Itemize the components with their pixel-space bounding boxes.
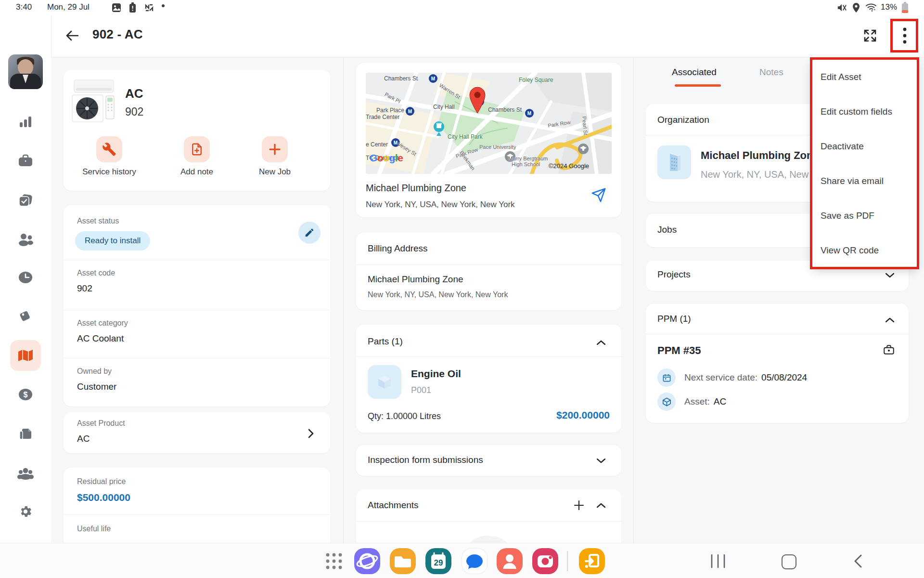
battery-alert-icon <box>129 2 136 13</box>
sidebar-item-settings[interactable] <box>10 496 41 527</box>
sidebar-item-tasks[interactable] <box>10 185 41 216</box>
browser-app-icon[interactable] <box>354 548 380 574</box>
new-job-button[interactable]: New Job <box>239 136 311 177</box>
nfc-icon <box>144 3 154 13</box>
menu-item-save-as-pdf[interactable]: Save as PDF <box>812 198 917 233</box>
part-name[interactable]: Engine Oil <box>411 368 461 380</box>
recents-nav-button[interactable] <box>710 554 726 568</box>
svg-text:M: M <box>408 109 412 114</box>
zone-name: Michael Plumbing Zone <box>366 183 466 194</box>
messages-app-icon[interactable] <box>462 548 488 574</box>
ppm-item-name[interactable]: PPM #35 <box>657 344 701 357</box>
jobs-title: Jobs <box>657 224 677 235</box>
map-label: High School <box>512 161 540 167</box>
building-icon <box>664 152 684 173</box>
map-label: Chambers St <box>384 75 418 82</box>
asset-product-card[interactable]: Asset Product AC <box>64 412 330 453</box>
copy-icon <box>18 427 33 441</box>
calendar-app-icon[interactable]: 29 <box>425 548 451 574</box>
owned-by-label: Owned by <box>77 367 112 376</box>
residual-price-label: Residual price <box>77 477 126 486</box>
sidebar-item-pricing[interactable] <box>10 301 41 332</box>
part-code: P001 <box>411 385 431 395</box>
cube-outline-icon <box>662 397 671 407</box>
empty-state-illustration <box>467 536 510 543</box>
sidebar-item-dashboard[interactable] <box>10 106 41 137</box>
sidebar-item-finance[interactable]: $ <box>10 379 41 410</box>
back-nav-button[interactable] <box>854 554 862 568</box>
asset-status-label: Asset status <box>77 217 119 225</box>
team-icon <box>17 467 34 480</box>
chevron-down-icon[interactable] <box>597 459 605 463</box>
chevron-up-icon[interactable] <box>597 503 605 508</box>
sidebar-item-teams[interactable] <box>10 458 41 489</box>
asset-code-header: 902 <box>125 105 143 118</box>
svg-text:29: 29 <box>434 558 443 567</box>
sidebar-item-timesheet[interactable] <box>10 262 41 293</box>
more-options-button[interactable] <box>894 25 915 46</box>
fullscreen-icon[interactable] <box>860 25 881 46</box>
menu-item-share-via-email[interactable]: Share via email <box>812 164 917 198</box>
map[interactable]: M M M M M Chambers St Warren St Park Pl … <box>366 73 612 174</box>
asset-product-value: AC <box>77 434 90 444</box>
page-title: 902 - AC <box>92 27 143 42</box>
tab-associated[interactable]: Associated <box>672 67 717 78</box>
back-button[interactable] <box>62 25 83 46</box>
contacts-app-icon[interactable] <box>497 548 523 574</box>
chevron-down-icon[interactable] <box>886 273 894 278</box>
plus-icon <box>268 142 282 157</box>
map-label: City Hall Park <box>448 133 483 140</box>
asset-header-card: AC 902 Service history Add note New Job <box>64 70 330 191</box>
organization-name[interactable]: Michael Plumbing Zone <box>701 149 819 162</box>
asset-product-label: Asset Product <box>77 419 125 428</box>
add-note-button[interactable]: Add note <box>161 136 233 177</box>
status-bar: 3:40 Mon, 29 Jul 13% <box>0 0 924 15</box>
inspection-card[interactable]: Inspection form submissions <box>356 445 621 476</box>
google-logo: Google <box>370 152 403 164</box>
camera-app-icon[interactable] <box>532 548 558 574</box>
fsm-app-icon[interactable] <box>579 548 605 574</box>
add-attachment-icon[interactable] <box>574 500 584 511</box>
useful-life-label: Useful life <box>77 525 111 533</box>
people-icon <box>17 233 34 246</box>
edit-status-button[interactable] <box>298 222 321 244</box>
clipboard-check-icon <box>18 193 33 208</box>
map-label: Trade Center <box>366 114 399 120</box>
part-thumbnail <box>368 365 401 399</box>
menu-item-deactivate[interactable]: Deactivate <box>812 129 917 164</box>
notification-dot-icon <box>162 4 165 7</box>
sidebar-item-service-territory[interactable] <box>10 340 41 371</box>
menu-item-edit-asset[interactable]: Edit Asset <box>812 60 917 94</box>
briefcase-icon[interactable] <box>883 343 895 356</box>
sidebar-item-customers[interactable] <box>10 224 41 255</box>
chevron-up-icon[interactable] <box>886 317 894 322</box>
navigate-icon[interactable] <box>591 187 606 203</box>
part-qty: Qty: 1.00000 Litres <box>368 411 441 421</box>
sidebar-item-jobs[interactable] <box>10 145 41 176</box>
status-badge[interactable]: Ready to install <box>75 231 150 250</box>
context-menu: Edit Asset Edit custom fields Deactivate… <box>812 60 917 268</box>
organization-title: Organization <box>657 115 709 125</box>
asset-category-value: AC Coolant <box>77 333 124 344</box>
zone-address: New York, NY, USA, New York, New York <box>366 200 515 210</box>
menu-item-view-qr-code[interactable]: View QR code <box>812 233 917 268</box>
asset-image <box>71 79 116 126</box>
menu-item-edit-custom-fields[interactable]: Edit custom fields <box>812 94 917 129</box>
service-history-button[interactable]: Service history <box>73 136 145 177</box>
map-label: e Center <box>366 141 388 148</box>
chevron-up-icon[interactable] <box>597 340 605 345</box>
taskbar-divider <box>567 551 568 571</box>
map-label: Murry Bergtraum <box>508 156 548 161</box>
sidebar-item-documents[interactable] <box>10 419 41 449</box>
app-drawer-icon[interactable] <box>325 552 343 570</box>
billing-title: Billing Address <box>368 243 428 254</box>
location-icon <box>852 2 860 13</box>
ppm-next-service-row: Next service date: 05/08/2024 <box>657 368 807 387</box>
tab-notes[interactable]: Notes <box>759 67 783 78</box>
attachments-title: Attachments <box>368 500 419 511</box>
avatar[interactable] <box>8 54 43 89</box>
files-app-icon[interactable] <box>390 548 416 574</box>
app-bar: 902 - AC <box>0 15 924 57</box>
home-nav-button[interactable] <box>782 554 796 569</box>
dollar-icon: $ <box>18 388 33 401</box>
